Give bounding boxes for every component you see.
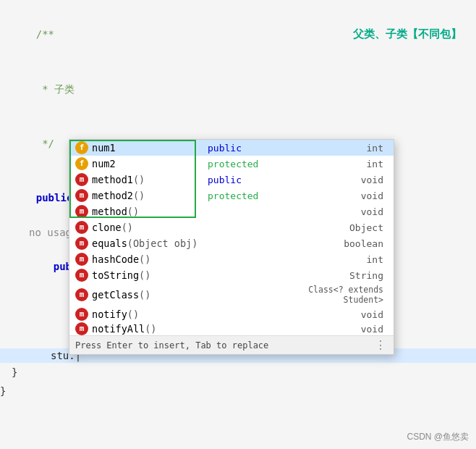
method-icon-clone: m xyxy=(75,221,88,234)
autocomplete-item-tostring[interactable]: m toString() String xyxy=(69,267,394,283)
comment-line-2-block: * 子类 xyxy=(0,62,476,116)
item-name-getclass: getClass() xyxy=(92,289,208,301)
item-access-method2: protected xyxy=(208,190,280,201)
item-name-method: method() xyxy=(92,206,208,217)
method-icon-method1: m xyxy=(75,173,88,186)
closing-brace-2: } xyxy=(0,383,476,402)
autocomplete-item-num2[interactable]: f num2 protected int xyxy=(69,156,394,172)
item-type-equals: boolean xyxy=(309,238,388,249)
item-name-notify: notify() xyxy=(92,309,208,320)
closing-brace-1: } xyxy=(0,363,476,383)
csdn-watermark: CSDN @鱼悠卖 xyxy=(407,431,469,443)
footer-dots: ⋮ xyxy=(375,338,388,352)
item-name-num1: num1 xyxy=(92,142,208,154)
autocomplete-item-hashcode[interactable]: m hashCode() int xyxy=(69,251,394,267)
item-type-notify: void xyxy=(280,309,388,320)
method-icon-notify: m xyxy=(75,308,88,321)
comment-line-1: /** xyxy=(36,28,54,40)
field-icon-num1: f xyxy=(75,141,88,154)
autocomplete-footer: Press Enter to insert, Tab to replace ⋮ xyxy=(69,335,394,354)
item-name-tostring: toString() xyxy=(92,269,208,281)
item-type-hashcode: int xyxy=(280,254,388,265)
method-icon-hashcode: m xyxy=(75,253,88,266)
item-type-method: void xyxy=(280,206,388,217)
item-access-num1: public xyxy=(208,143,280,154)
item-type-num2: int xyxy=(280,159,388,169)
autocomplete-item-notifyall[interactable]: m notifyAll() void xyxy=(69,322,394,335)
item-type-tostring: String xyxy=(280,270,388,281)
autocomplete-item-method[interactable]: m method() void xyxy=(69,203,394,219)
item-type-notifyall: void xyxy=(280,324,388,335)
method-icon-equals: m xyxy=(75,237,88,250)
footer-hint: Press Enter to insert, Tab to replace xyxy=(75,340,268,351)
method-icon-getclass: m xyxy=(75,288,88,301)
autocomplete-item-getclass[interactable]: m getClass() Class<? extends Student> xyxy=(69,283,394,306)
autocomplete-item-notify[interactable]: m notify() void xyxy=(69,306,394,322)
item-name-clone: clone() xyxy=(92,222,208,233)
item-name-notifyall: notifyAll() xyxy=(92,323,208,335)
label-right: 父类、子类【不同包】 xyxy=(353,28,462,41)
item-name-method2: method2() xyxy=(92,190,208,201)
method-icon-method: m xyxy=(75,205,88,218)
field-icon-num2: f xyxy=(75,157,88,170)
item-access-num2: protected xyxy=(208,159,280,169)
comment-line-3: */ xyxy=(36,138,54,149)
autocomplete-item-clone[interactable]: m clone() Object xyxy=(69,219,394,235)
autocomplete-item-equals[interactable]: m equals(Object obj) boolean xyxy=(69,235,394,251)
item-name-equals: equals(Object obj) xyxy=(92,238,237,249)
method-icon-notifyall: m xyxy=(75,322,88,335)
item-type-clone: Object xyxy=(280,222,388,233)
method-icon-method2: m xyxy=(75,189,88,202)
item-type-getclass: Class<? extends Student> xyxy=(280,285,388,305)
item-name-num2: num2 xyxy=(92,158,208,169)
item-type-method1: void xyxy=(280,175,388,185)
comment-line-2: * 子类 xyxy=(36,83,75,95)
item-name-method1: method1() xyxy=(92,174,208,185)
item-type-num1: int xyxy=(280,143,388,154)
method-icon-tostring: m xyxy=(75,269,88,282)
editor-area: /** * 子类 */ 父类、子类【不同包】 public class Stud… xyxy=(0,0,476,449)
item-name-hashcode: hashCode() xyxy=(92,253,208,265)
autocomplete-item-method1[interactable]: m method1() public void xyxy=(69,172,394,188)
item-type-method2: void xyxy=(280,190,388,201)
autocomplete-popup: f num1 public int f num2 protected int m… xyxy=(69,139,394,355)
item-access-method1: public xyxy=(208,175,280,185)
autocomplete-item-method2[interactable]: m method2() protected void xyxy=(69,188,394,203)
autocomplete-item-num1[interactable]: f num1 public int xyxy=(69,140,394,156)
